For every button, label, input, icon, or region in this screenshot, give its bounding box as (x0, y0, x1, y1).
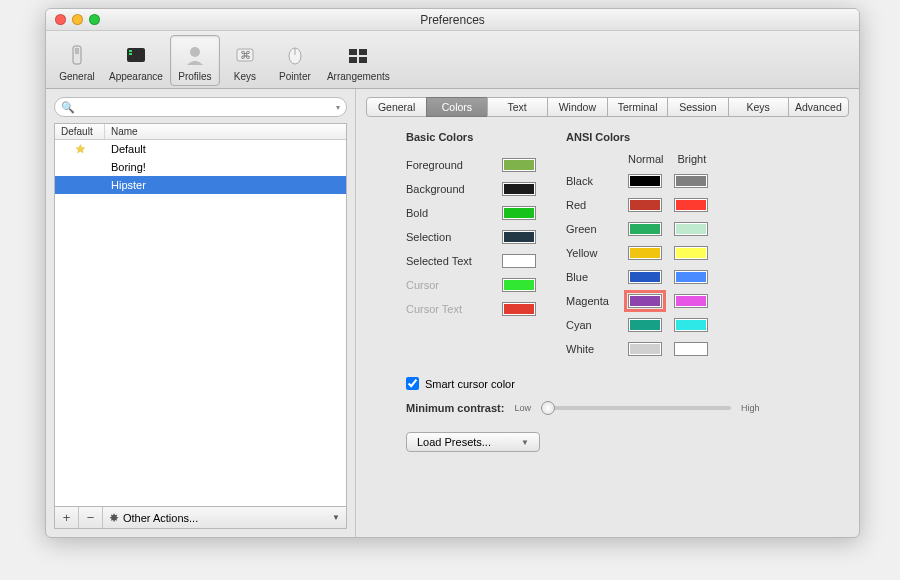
ansi-normal-well[interactable] (628, 174, 662, 188)
column-default[interactable]: Default (55, 124, 105, 139)
traffic-lights (55, 14, 100, 25)
ansi-bright-well[interactable] (674, 318, 708, 332)
table-row[interactable]: Hipster (55, 176, 346, 194)
smart-cursor-checkbox[interactable]: Smart cursor color (406, 377, 809, 390)
chevron-down-icon: ▼ (521, 438, 529, 447)
ansi-colors-section: ANSI Colors Normal Bright BlackRedGreenY… (566, 131, 708, 361)
table-row[interactable]: ★Default (55, 140, 346, 158)
minimum-contrast-slider: Minimum contrast: Low High (406, 402, 809, 414)
ansi-head-bright: Bright (677, 153, 706, 165)
svg-text:⌘: ⌘ (239, 49, 250, 61)
ansi-label: Magenta (566, 295, 620, 307)
svg-rect-4 (129, 53, 132, 55)
color-label: Background (406, 183, 492, 195)
ansi-label: Green (566, 223, 620, 235)
ansi-colors-heading: ANSI Colors (566, 131, 708, 143)
gear-icon: ✸ (109, 511, 119, 525)
close-icon[interactable] (55, 14, 66, 25)
ansi-normal-well[interactable] (628, 342, 662, 356)
ansi-bright-well[interactable] (674, 270, 708, 284)
tab-text[interactable]: Text (487, 97, 548, 117)
ansi-label: Blue (566, 271, 620, 283)
svg-rect-13 (359, 57, 367, 63)
color-label: Selection (406, 231, 492, 243)
color-well[interactable] (502, 158, 536, 172)
color-label: Cursor Text (406, 303, 492, 315)
chevron-down-icon[interactable]: ▾ (336, 103, 340, 112)
ansi-normal-well[interactable] (628, 318, 662, 332)
profile-tabs: GeneralColorsTextWindowTerminalSessionKe… (366, 97, 849, 117)
minimize-icon[interactable] (72, 14, 83, 25)
ansi-bright-well[interactable] (674, 174, 708, 188)
table-row[interactable]: Boring! (55, 158, 346, 176)
ansi-bright-well[interactable] (674, 246, 708, 260)
column-name[interactable]: Name (105, 124, 346, 139)
detail-panel: GeneralColorsTextWindowTerminalSessionKe… (356, 89, 859, 537)
ansi-label: Yellow (566, 247, 620, 259)
color-well[interactable] (502, 254, 536, 268)
toolbar: General Appearance Profiles ⌘ Keys Point… (46, 31, 859, 89)
ansi-normal-well[interactable] (628, 246, 662, 260)
color-well[interactable] (502, 278, 536, 292)
star-icon: ★ (75, 142, 86, 156)
profile-actions-bar: + − ✸ Other Actions... ▼ (54, 507, 347, 529)
color-well[interactable] (502, 182, 536, 196)
window-title: Preferences (46, 13, 859, 27)
color-label: Foreground (406, 159, 492, 171)
svg-rect-12 (349, 57, 357, 63)
add-profile-button[interactable]: + (55, 507, 79, 528)
ansi-normal-well[interactable] (628, 270, 662, 284)
color-well[interactable] (502, 206, 536, 220)
ansi-bright-well[interactable] (674, 198, 708, 212)
basic-colors-section: Basic Colors ForegroundBackgroundBoldSel… (406, 131, 536, 361)
ansi-label: Cyan (566, 319, 620, 331)
tab-session[interactable]: Session (667, 97, 728, 117)
search-field[interactable] (78, 99, 333, 115)
color-well[interactable] (502, 230, 536, 244)
contrast-slider[interactable] (541, 406, 731, 410)
default-cell: ★ (55, 142, 105, 156)
basic-colors-heading: Basic Colors (406, 131, 536, 143)
color-label: Bold (406, 207, 492, 219)
remove-profile-button[interactable]: − (79, 507, 103, 528)
appearance-icon (122, 41, 150, 69)
svg-rect-11 (359, 49, 367, 55)
ansi-bright-well[interactable] (674, 222, 708, 236)
color-label: Cursor (406, 279, 492, 291)
sidebar: 🔍 ▾ Default Name ★DefaultBoring!Hipster … (46, 89, 356, 537)
color-label: Selected Text (406, 255, 492, 267)
zoom-icon[interactable] (89, 14, 100, 25)
general-icon (63, 41, 91, 69)
toolbar-appearance[interactable]: Appearance (102, 35, 170, 86)
ansi-label: Black (566, 175, 620, 187)
other-actions-dropdown[interactable]: ✸ Other Actions... ▼ (103, 507, 346, 528)
profiles-icon (181, 41, 209, 69)
tab-advanced[interactable]: Advanced (788, 97, 849, 117)
ansi-normal-well[interactable] (628, 222, 662, 236)
arrangements-icon (344, 41, 372, 69)
ansi-bright-well[interactable] (674, 294, 708, 308)
toolbar-general[interactable]: General (52, 35, 102, 86)
load-presets-button[interactable]: Load Presets... ▼ (406, 432, 540, 452)
pointer-icon (281, 41, 309, 69)
svg-rect-10 (349, 49, 357, 55)
ansi-head-normal: Normal (628, 153, 663, 165)
toolbar-arrangements[interactable]: Arrangements (320, 35, 397, 86)
ansi-bright-well[interactable] (674, 342, 708, 356)
color-well[interactable] (502, 302, 536, 316)
ansi-normal-well[interactable] (628, 198, 662, 212)
tab-colors[interactable]: Colors (426, 97, 487, 117)
tab-terminal[interactable]: Terminal (607, 97, 668, 117)
tab-general[interactable]: General (366, 97, 427, 117)
ansi-label: Red (566, 199, 620, 211)
search-input[interactable]: 🔍 ▾ (54, 97, 347, 117)
profile-table: Default Name ★DefaultBoring!Hipster (54, 123, 347, 507)
titlebar[interactable]: Preferences (46, 9, 859, 31)
toolbar-profiles[interactable]: Profiles (170, 35, 220, 86)
ansi-normal-well[interactable] (628, 294, 662, 308)
toolbar-pointer[interactable]: Pointer (270, 35, 320, 86)
svg-point-5 (190, 47, 200, 57)
toolbar-keys[interactable]: ⌘ Keys (220, 35, 270, 86)
tab-keys[interactable]: Keys (728, 97, 789, 117)
tab-window[interactable]: Window (547, 97, 608, 117)
